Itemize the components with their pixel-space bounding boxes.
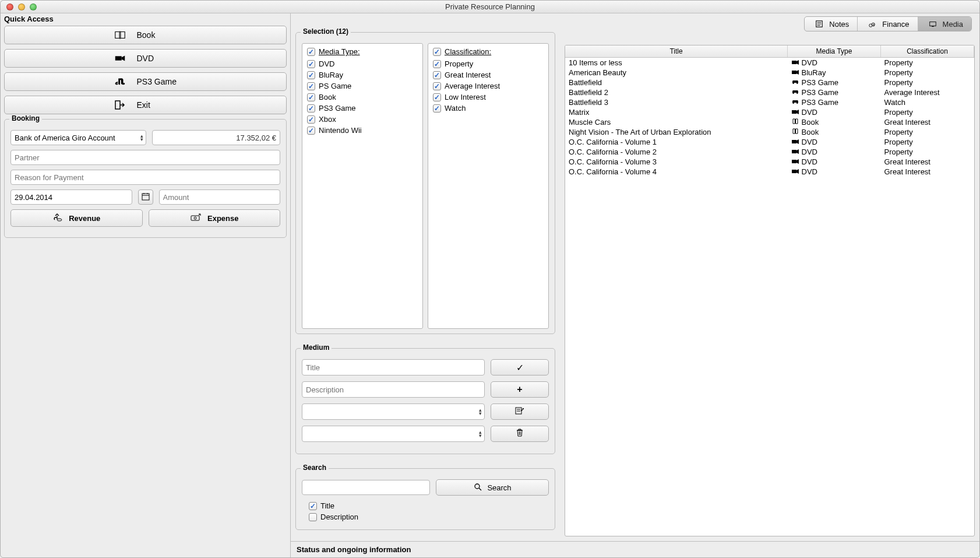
table-row[interactable]: O.C. California - Volume 1DVDProperty [565, 137, 974, 147]
search-description-checkbox[interactable] [309, 513, 317, 521]
media-type-item[interactable]: PS3 Game [307, 104, 418, 113]
media-type-item[interactable]: BluRay [307, 71, 418, 79]
add-button[interactable]: + [491, 381, 549, 398]
cell-classification: Great Interest [881, 157, 974, 167]
finance-icon: $ [866, 19, 879, 29]
cell-mediatype: DVD [788, 157, 881, 167]
edit-button[interactable] [491, 403, 549, 420]
svg-rect-30 [792, 140, 796, 143]
amount-input[interactable] [159, 189, 281, 205]
checkbox[interactable] [433, 93, 441, 101]
checkbox[interactable] [307, 60, 315, 68]
window-title: Private Resource Planning [1, 2, 979, 11]
media-type-item[interactable]: PS Game [307, 82, 418, 90]
media-type-item[interactable]: Xbox [307, 115, 418, 124]
checkbox[interactable] [307, 93, 315, 101]
checkbox[interactable] [433, 82, 441, 90]
classification-header-checkbox[interactable] [433, 48, 441, 56]
date-input[interactable] [10, 189, 132, 205]
svg-marker-31 [796, 139, 799, 144]
cell-classification: Property [881, 127, 974, 137]
table-row[interactable]: Muscle CarsBookGreat Interest [565, 117, 974, 127]
table-row[interactable]: Night Vision - The Art of Urban Explorat… [565, 127, 974, 137]
plus-icon: + [517, 384, 522, 395]
media-type-item[interactable]: Nintendo Wii [307, 126, 418, 135]
quick-access-ps3-button[interactable]: PS3 Game [4, 72, 287, 91]
table-row[interactable]: Battlefield 3PS3 GameWatch [565, 97, 974, 107]
media-type-item[interactable]: Book [307, 93, 418, 101]
checkbox[interactable] [307, 71, 315, 79]
table-row[interactable]: 10 Items or lessDVDProperty [565, 58, 974, 68]
media-type-item-label: BluRay [319, 71, 343, 79]
svg-point-22 [475, 484, 480, 489]
classification-item[interactable]: Average Interest [433, 82, 544, 90]
trash-icon [516, 428, 524, 440]
svg-rect-28 [792, 110, 796, 114]
mediatype-icon [791, 118, 799, 126]
mediatype-icon [791, 89, 799, 96]
checkbox[interactable] [433, 60, 441, 68]
col-mediatype[interactable]: Media Type [788, 45, 881, 58]
checkbox[interactable] [307, 82, 315, 90]
cell-classification: Property [881, 107, 974, 117]
medium-title-input[interactable] [302, 359, 485, 375]
account-select[interactable]: Bank of America Giro Account ▴▾ [10, 130, 146, 145]
table-row[interactable]: O.C. California - Volume 2DVDProperty [565, 147, 974, 157]
quick-access-exit-button[interactable]: Exit [4, 96, 287, 114]
media-type-header-label: Media Type: [319, 47, 360, 56]
col-classification[interactable]: Classification [881, 45, 974, 58]
svg-point-16 [57, 219, 62, 221]
search-fieldset: Search Search Title [295, 468, 555, 530]
tab-notes[interactable]: Notes [805, 17, 857, 31]
tab-finance[interactable]: $ Finance [857, 17, 917, 31]
search-button[interactable]: Search [436, 479, 549, 496]
table-row[interactable]: MatrixDVDProperty [565, 107, 974, 117]
cell-classification: Property [881, 147, 974, 157]
media-table: Title Media Type Classification 10 Items… [565, 45, 975, 536]
medium-description-input[interactable] [302, 381, 485, 398]
classification-item[interactable]: Property [433, 59, 544, 68]
calendar-button[interactable] [138, 189, 153, 205]
tab-media[interactable]: Media [918, 17, 971, 31]
cell-mediatype: DVD [788, 107, 881, 117]
table-row[interactable]: BattlefieldPS3 GameProperty [565, 78, 974, 87]
partner-input[interactable] [10, 150, 280, 165]
checkbox[interactable] [433, 104, 441, 113]
classification-item-label: Average Interest [445, 82, 500, 90]
cell-title: O.C. California - Volume 2 [565, 147, 788, 157]
media-type-header-checkbox[interactable] [307, 48, 315, 56]
table-row[interactable]: O.C. California - Volume 3DVDGreat Inter… [565, 157, 974, 167]
expense-button[interactable]: Expense [149, 209, 281, 227]
col-title[interactable]: Title [565, 45, 788, 58]
mediatype-icon [791, 159, 799, 166]
revenue-button[interactable]: Revenue [10, 209, 143, 227]
mediatype-icon [791, 99, 799, 106]
reason-input[interactable] [10, 170, 280, 185]
table-row[interactable]: Battlefield 2PS3 GameAverage Interest [565, 87, 974, 97]
table-row[interactable]: American BeautyBluRayProperty [565, 68, 974, 78]
checkbox[interactable] [307, 127, 315, 135]
cell-classification: Great Interest [881, 117, 974, 127]
search-input[interactable] [302, 480, 430, 495]
classification-item[interactable]: Watch [433, 104, 544, 113]
medium-select-2[interactable]: ▴▾ [302, 426, 485, 442]
media-type-item[interactable]: DVD [307, 59, 418, 68]
cell-title: Battlefield 2 [565, 87, 788, 97]
quick-access-dvd-button[interactable]: DVD [4, 49, 287, 68]
medium-select-1[interactable]: ▴▾ [302, 403, 485, 420]
checkbox[interactable] [433, 71, 441, 79]
cell-title: American Beauty [565, 68, 788, 78]
booking-fieldset: Booking Bank of America Giro Account ▴▾ [4, 119, 287, 238]
checkbox[interactable] [307, 115, 315, 124]
checkbox[interactable] [307, 104, 315, 113]
media-type-item-label: Xbox [319, 115, 336, 124]
classification-item[interactable]: Great Interest [433, 71, 544, 79]
classification-item[interactable]: Low Interest [433, 93, 544, 101]
confirm-button[interactable]: ✓ [491, 359, 549, 375]
table-row[interactable]: O.C. California - Volume 4DVDGreat Inter… [565, 167, 974, 177]
svg-marker-29 [796, 110, 799, 114]
search-title-checkbox[interactable] [309, 502, 317, 510]
delete-button[interactable] [491, 426, 549, 442]
search-button-label: Search [487, 483, 511, 492]
quick-access-book-button[interactable]: Book [4, 26, 287, 44]
